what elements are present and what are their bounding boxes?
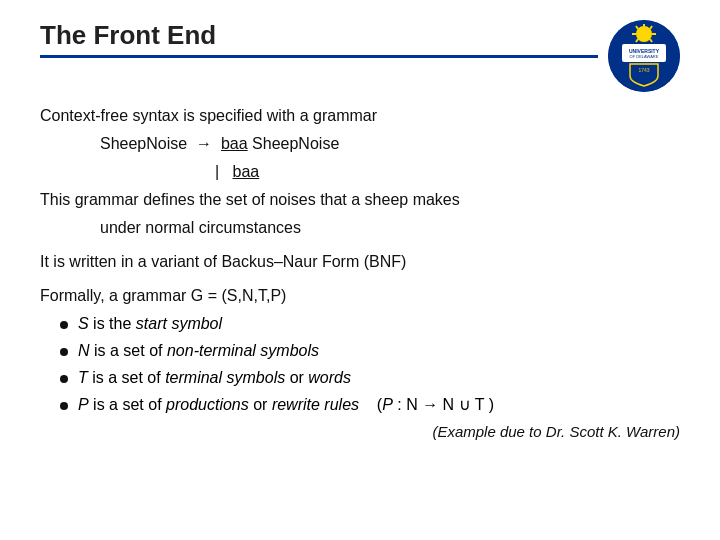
bullet-dot-t bbox=[60, 375, 68, 383]
university-logo: UNIVERSITY OF DELAWARE 1743 bbox=[608, 20, 680, 92]
bullet-text-p: P is a set of productions or rewrite rul… bbox=[78, 393, 680, 417]
bullet-text-t: T is a set of terminal symbols or words bbox=[78, 366, 680, 390]
it-is-written-line: It is written in a variant of Backus–Nau… bbox=[40, 250, 680, 274]
bullet-list: S is the start symbol N is a set of non-… bbox=[60, 312, 680, 417]
grammar-defines-line: This grammar defines the set of noises t… bbox=[40, 188, 680, 212]
content-area: Context-free syntax is specified with a … bbox=[40, 104, 680, 440]
under-normal-line: under normal circumstances bbox=[100, 216, 680, 240]
bullet-item-p: P is a set of productions or rewrite rul… bbox=[60, 393, 680, 417]
bullet-item-t: T is a set of terminal symbols or words bbox=[60, 366, 680, 390]
bullet-dot-p bbox=[60, 402, 68, 410]
formally-line: Formally, a grammar G = (S,N,T,P) bbox=[40, 284, 680, 308]
svg-text:1743: 1743 bbox=[638, 67, 649, 73]
bullet-dot-n bbox=[60, 348, 68, 356]
bullet-item-n: N is a set of non-terminal symbols bbox=[60, 339, 680, 363]
slide-container: The Front End U bbox=[0, 0, 720, 540]
slide-title: The Front End bbox=[40, 20, 598, 58]
sheep-noise-rule-line: SheepNoise → baa SheepNoise bbox=[100, 132, 680, 156]
bullet-dot-s bbox=[60, 321, 68, 329]
bullet-text-s: S is the start symbol bbox=[78, 312, 680, 336]
logo-area: UNIVERSITY OF DELAWARE 1743 bbox=[608, 20, 680, 92]
context-free-line: Context-free syntax is specified with a … bbox=[40, 104, 680, 128]
svg-text:OF DELAWARE: OF DELAWARE bbox=[630, 54, 659, 59]
header-area: The Front End U bbox=[40, 20, 680, 92]
example-credit: (Example due to Dr. Scott K. Warren) bbox=[40, 423, 680, 440]
bullet-text-n: N is a set of non-terminal symbols bbox=[78, 339, 680, 363]
bullet-item-s: S is the start symbol bbox=[60, 312, 680, 336]
pipe-baa-line: | baa bbox=[215, 160, 680, 184]
